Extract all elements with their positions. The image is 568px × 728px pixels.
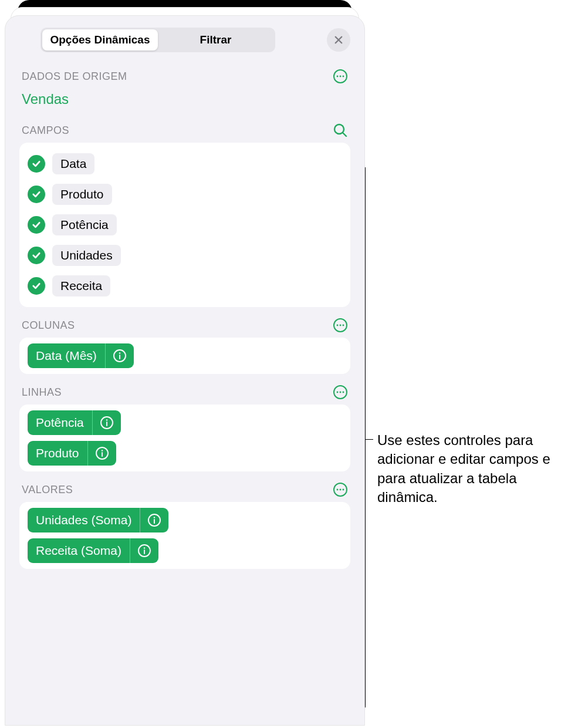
panel-header: Opções Dinâmicas Filtrar (19, 28, 350, 52)
callout-bracket (365, 167, 366, 707)
field-label[interactable]: Produto (52, 184, 112, 205)
field-checkbox[interactable] (28, 155, 45, 173)
section-header-rows: LINHAS (19, 385, 350, 400)
chip-info-button[interactable] (93, 410, 121, 435)
check-icon (31, 189, 42, 200)
check-icon (31, 281, 42, 291)
row-chip[interactable]: Produto (28, 441, 116, 466)
info-icon (113, 349, 127, 363)
field-row[interactable]: Produto (28, 179, 342, 210)
section-title-columns: COLUNAS (22, 319, 75, 332)
svg-point-20 (106, 419, 107, 420)
section-header-source: DADOS DE ORIGEM (19, 69, 350, 84)
values-more-button[interactable] (333, 482, 348, 497)
info-icon (137, 544, 151, 558)
more-icon (333, 318, 348, 333)
chip-label: Receita (Soma) (28, 538, 130, 563)
chip-label: Produto (28, 441, 87, 466)
svg-line-7 (343, 133, 346, 136)
field-row[interactable]: Unidades (28, 240, 342, 271)
svg-point-27 (340, 489, 342, 491)
fields-card: Data Produto Potência Unidades Receita (19, 143, 350, 307)
svg-point-28 (343, 489, 344, 491)
check-icon (31, 220, 42, 230)
section-header-fields: CAMPOS (19, 123, 350, 138)
chip-info-button[interactable] (88, 441, 116, 466)
section-title-source: DADOS DE ORIGEM (22, 70, 127, 83)
svg-point-23 (101, 450, 102, 451)
source-more-button[interactable] (333, 69, 348, 84)
field-label[interactable]: Data (52, 153, 94, 174)
segmented-control: Opções Dinâmicas Filtrar (40, 28, 275, 52)
section-title-values: VALORES (22, 484, 73, 496)
tab-filter[interactable]: Filtrar (158, 29, 273, 50)
more-icon (333, 69, 348, 84)
value-chip[interactable]: Unidades (Soma) (28, 508, 168, 532)
rows-card: Potência Produto (19, 405, 350, 471)
close-button[interactable] (327, 28, 350, 52)
section-header-values: VALORES (19, 482, 350, 497)
field-row[interactable]: Potência (28, 210, 342, 240)
callout-tick (365, 439, 373, 440)
svg-point-9 (337, 325, 339, 326)
source-name[interactable]: Vendas (19, 89, 350, 110)
check-icon (31, 250, 42, 261)
svg-point-11 (343, 325, 344, 326)
chip-info-button[interactable] (106, 343, 134, 368)
svg-point-13 (119, 352, 120, 353)
svg-point-26 (337, 489, 339, 491)
more-icon (333, 482, 348, 497)
callout-text: Use estes controles para adicionar e edi… (377, 431, 559, 507)
chip-label: Potência (28, 410, 92, 435)
svg-point-18 (343, 392, 344, 393)
field-label[interactable]: Potência (52, 214, 117, 235)
value-chip[interactable]: Receita (Soma) (28, 538, 158, 563)
section-title-rows: LINHAS (22, 386, 62, 399)
svg-point-10 (340, 325, 342, 326)
field-checkbox[interactable] (28, 247, 45, 264)
svg-point-3 (337, 76, 339, 77)
svg-point-17 (340, 392, 342, 393)
chip-label: Data (Mês) (28, 343, 105, 368)
search-icon (333, 123, 348, 138)
field-row[interactable]: Data (28, 149, 342, 179)
rows-more-button[interactable] (333, 385, 348, 400)
field-label[interactable]: Receita (52, 275, 110, 296)
tab-pivot-options[interactable]: Opções Dinâmicas (42, 29, 158, 50)
info-icon (95, 446, 109, 460)
more-icon (333, 385, 348, 400)
section-header-columns: COLUNAS (19, 318, 350, 333)
values-card: Unidades (Soma) Receita (Soma) (19, 502, 350, 569)
pivot-options-panel: Opções Dinâmicas Filtrar DADOS DE ORIGEM… (5, 15, 365, 726)
svg-point-16 (337, 392, 339, 393)
columns-more-button[interactable] (333, 318, 348, 333)
field-label[interactable]: Unidades (52, 245, 121, 266)
check-icon (31, 159, 42, 169)
chip-info-button[interactable] (140, 508, 168, 532)
chip-info-button[interactable] (130, 538, 158, 563)
field-checkbox[interactable] (28, 216, 45, 234)
svg-point-30 (154, 517, 155, 518)
chip-label: Unidades (Soma) (28, 508, 140, 532)
field-row[interactable]: Receita (28, 271, 342, 301)
close-icon (333, 35, 344, 45)
fields-search-button[interactable] (333, 123, 348, 138)
svg-point-33 (144, 547, 145, 548)
column-chip[interactable]: Data (Mês) (28, 343, 134, 368)
svg-point-4 (340, 76, 342, 77)
field-checkbox[interactable] (28, 277, 45, 295)
svg-point-5 (343, 76, 344, 77)
info-icon (147, 513, 161, 527)
info-icon (100, 416, 114, 430)
columns-card: Data (Mês) (19, 338, 350, 374)
field-checkbox[interactable] (28, 186, 45, 203)
section-title-fields: CAMPOS (22, 124, 69, 137)
row-chip[interactable]: Potência (28, 410, 121, 435)
